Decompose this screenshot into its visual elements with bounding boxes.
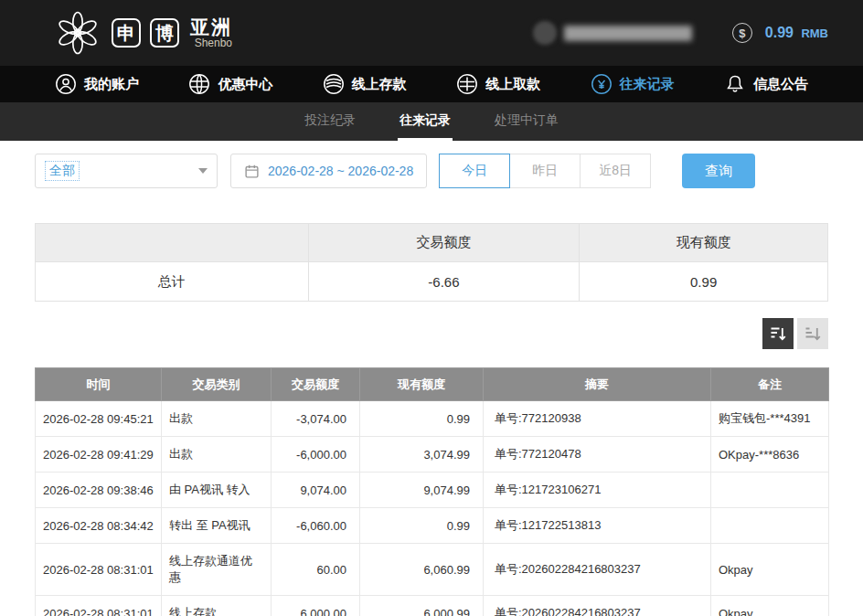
cell-note: Okpay [711,596,829,616]
cell-summary: 单号:121722513813 [484,508,711,544]
table-row: 2026-02-28 08:31:01线上存款6,000.006,000.99单… [36,596,829,616]
header-amount: 交易额度 [272,368,360,401]
summary-transaction-header: 交易额度 [308,224,580,262]
globe-icon [188,73,210,95]
sort-controls [35,318,828,349]
date-range-input[interactable]: 2026-02-28 ~ 2026-02-28 [230,154,427,188]
user-info[interactable] [533,21,692,45]
tab-betting-records[interactable]: 投注纪录 [303,102,357,141]
dollar-icon: $ [732,23,752,43]
header-summary: 摘要 [484,368,711,401]
cell-amount: -6,000.00 [272,437,360,473]
cell-time: 2026-02-28 09:38:46 [36,473,162,508]
nav-item-promotions[interactable]: 优惠中心 [188,73,272,95]
cell-time: 2026-02-28 08:34:42 [36,508,162,544]
logo-region: 亚洲 [190,17,232,37]
cell-summary: 单号:772120478 [484,437,711,473]
header-type: 交易类别 [162,368,272,401]
summary-table: 交易额度 现有额度 总计 -6.66 0.99 [35,223,828,302]
tab-processing-orders[interactable]: 处理中订单 [493,102,560,141]
main-nav: 我的账户 优惠中心 线上存款 线上取款 往来记录 信息公告 [0,66,863,102]
cell-amount: 9,074.00 [272,473,360,508]
bell-icon [724,73,746,95]
table-row: 2026-02-28 08:31:01线上存款通道优惠60.006,060.99… [36,544,829,596]
nav-item-announcements[interactable]: 信息公告 [724,73,808,95]
cell-time: 2026-02-28 09:41:29 [36,437,162,473]
user-icon [55,73,77,95]
cell-type: 线上存款 [162,596,272,616]
nav-label: 往来记录 [620,76,675,93]
sort-ascending-icon [804,324,822,343]
summary-total-balance: 0.99 [580,262,828,302]
cell-note [711,508,829,544]
top-header: 申 博 亚洲 Shenbo $ 0.99 RMB [0,0,863,66]
header-right: $ 0.99 RMB [533,21,828,45]
cell-type: 转出 至 PA视讯 [162,508,272,544]
cell-time: 2026-02-28 09:45:21 [36,401,162,437]
summary-balance-header: 现有额度 [580,224,828,262]
tab-transaction-records[interactable]: 往来记录 [398,102,453,141]
cell-note: Okpay [711,544,829,596]
yesterday-button[interactable]: 昨日 [509,154,581,188]
cell-summary: 单号:121723106271 [484,473,711,508]
table-row: 2026-02-28 09:41:29出款-6,000.003,074.99单号… [36,437,829,473]
cell-note: OKpay-***8636 [711,437,829,473]
nav-label: 信息公告 [753,76,808,93]
logo-brand-en: Shenbo [190,37,232,49]
cell-amount: -3,074.00 [272,401,360,437]
sub-nav: 投注纪录 往来记录 处理中订单 [0,102,863,141]
last8days-button[interactable]: 近8日 [580,154,651,188]
quick-range-group: 今日 昨日 近8日 [440,154,651,188]
cell-type: 由 PA视讯 转入 [162,473,272,508]
search-button[interactable]: 查询 [682,154,755,188]
cell-balance: 6,000.99 [360,596,484,616]
type-select[interactable]: 全部 [35,154,218,188]
transactions-table: 时间 交易类别 交易额度 现有额度 摘要 备注 2026-02-28 09:45… [35,367,829,616]
balance-amount: 0.99 [765,25,794,40]
header-note: 备注 [711,368,829,401]
sort-descending-button[interactable] [762,318,794,349]
logo-char-bo: 博 [150,18,179,48]
cell-note [711,473,829,508]
nav-item-deposit[interactable]: 线上存款 [323,73,407,95]
username-redacted [564,26,692,41]
nav-label: 我的账户 [84,76,139,93]
nav-item-records[interactable]: 往来记录 [591,73,675,95]
nav-label: 优惠中心 [218,76,272,93]
transactions-tbody: 2026-02-28 09:45:21出款-3,074.000.99单号:772… [36,401,829,616]
today-button[interactable]: 今日 [439,154,510,188]
cell-time: 2026-02-28 08:31:01 [36,596,162,616]
header-time: 时间 [36,368,162,401]
type-select-value: 全部 [45,161,80,181]
brand-logo[interactable]: 申 博 亚洲 Shenbo [53,8,232,58]
cell-amount: 6,000.00 [272,596,360,616]
nav-item-my-account[interactable]: 我的账户 [55,73,139,95]
date-range-value: 2026-02-28 ~ 2026-02-28 [268,164,413,178]
table-header-row: 时间 交易类别 交易额度 现有额度 摘要 备注 [36,368,829,401]
sort-descending-icon [769,324,787,343]
cell-balance: 3,074.99 [360,437,484,473]
cell-summary: 单号:202602284216803237 [484,544,711,596]
summary-empty-header [36,224,309,262]
table-row: 2026-02-28 09:38:46由 PA视讯 转入9,074.009,07… [36,473,829,508]
coin-deposit-icon [323,73,345,95]
cell-balance: 6,060.99 [360,544,484,596]
filter-bar: 全部 2026-02-28 ~ 2026-02-28 今日 昨日 近8日 查询 [35,154,828,188]
chevron-down-icon [198,168,208,174]
table-row: 2026-02-28 08:34:42转出 至 PA视讯-6,060.000.9… [36,508,829,544]
balance-currency: RMB [801,27,828,40]
nav-item-withdraw[interactable]: 线上取款 [456,73,540,95]
cell-type: 出款 [162,401,272,437]
sort-ascending-button[interactable] [797,318,828,349]
cell-type: 出款 [162,437,272,473]
cell-summary: 单号:772120938 [484,401,711,437]
avatar [533,21,557,45]
header-balance: 现有额度 [360,368,484,401]
coin-withdraw-icon [456,73,478,95]
cell-balance: 9,074.99 [360,473,484,508]
nav-label: 线上取款 [485,76,540,93]
cell-amount: -6,060.00 [272,508,360,544]
cell-summary: 单号:202602284216803237 [484,596,711,616]
logo-char-shen: 申 [112,18,141,48]
cell-balance: 0.99 [360,401,484,437]
